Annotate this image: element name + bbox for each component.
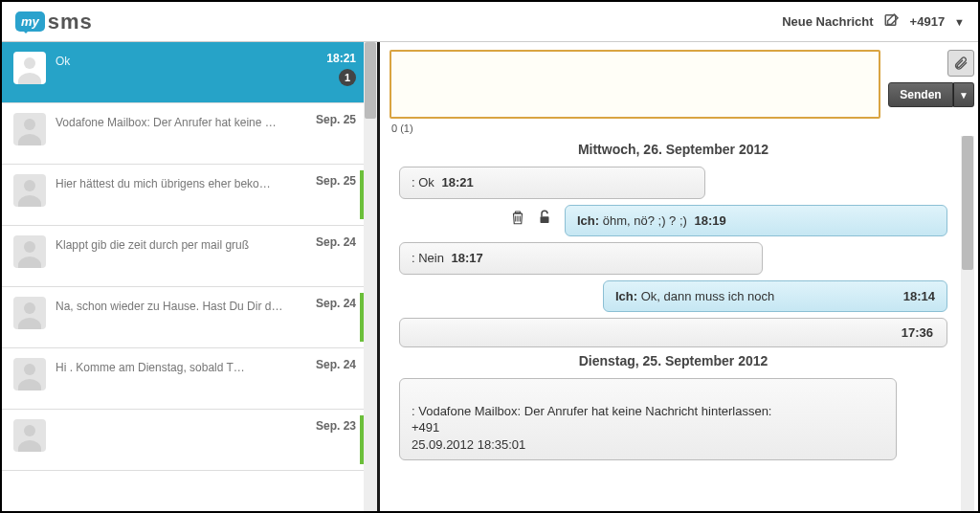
message-incoming[interactable]: : Vodafone Mailbox: Der Anrufer hat kein… bbox=[399, 378, 947, 460]
delete-icon[interactable] bbox=[509, 209, 526, 229]
send-dropdown[interactable]: ▼ bbox=[953, 82, 974, 107]
lock-open-icon[interactable] bbox=[536, 209, 553, 229]
chat-pane: Senden ▼ 0 (1) Mittwoch, 26. September 2… bbox=[380, 42, 978, 511]
conversation-time: Sep. 24 bbox=[316, 358, 356, 371]
topbar: my sms Neue Nachricht +4917 ▼ bbox=[2, 2, 978, 42]
date-separator: Mittwoch, 26. September 2012 bbox=[390, 142, 957, 157]
conversation-item[interactable]: Sep. 23 bbox=[2, 410, 377, 471]
conversation-time: Sep. 25 bbox=[316, 174, 356, 188]
sidebar-scrollbar[interactable] bbox=[364, 42, 377, 511]
logo[interactable]: my sms bbox=[15, 10, 93, 34]
message-time-only[interactable]: 17:36 bbox=[399, 318, 947, 347]
message-list: Mittwoch, 26. September 2012 : Ok 18:21 … bbox=[390, 136, 974, 511]
avatar bbox=[13, 419, 46, 452]
conversation-item[interactable]: Ok18:211 bbox=[2, 42, 377, 103]
message-incoming[interactable]: : Nein 18:17 bbox=[399, 242, 947, 275]
message-actions bbox=[509, 205, 553, 229]
conversation-preview: Hi . Komme am Dienstag, sobald T… bbox=[56, 361, 360, 374]
conversation-time: Sep. 25 bbox=[316, 113, 356, 126]
date-separator: Dienstag, 25. September 2012 bbox=[390, 353, 957, 368]
account-phone[interactable]: +4917 bbox=[910, 14, 946, 29]
send-button[interactable]: Senden bbox=[888, 82, 953, 107]
conversation-preview: Vodafone Mailbox: Der Anrufer hat keine … bbox=[56, 116, 360, 129]
avatar bbox=[13, 235, 46, 268]
message-incoming[interactable]: : Ok 18:21 bbox=[399, 167, 947, 199]
logo-my: my bbox=[15, 11, 45, 32]
conversation-preview: Hier hättest du mich übrigens eher beko… bbox=[56, 177, 360, 190]
conversation-preview: Na, schon wieder zu Hause. Hast Du Dir d… bbox=[56, 300, 360, 313]
account-caret-icon[interactable]: ▼ bbox=[954, 16, 965, 28]
avatar bbox=[13, 174, 46, 207]
conversation-time: Sep. 24 bbox=[316, 235, 356, 249]
avatar bbox=[13, 297, 46, 329]
new-message-link[interactable]: Neue Nachricht bbox=[782, 14, 873, 29]
conversation-list: Ok18:211 Vodafone Mailbox: Der Anrufer h… bbox=[2, 42, 380, 511]
conversation-time: Sep. 24 bbox=[316, 297, 356, 310]
conversation-preview: Klappt gib die zeit durch per mail gruß bbox=[56, 238, 360, 252]
conversation-item[interactable]: Klappt gib die zeit durch per mail grußS… bbox=[2, 226, 377, 287]
avatar bbox=[13, 358, 46, 390]
conversation-time: 18:21 bbox=[326, 52, 356, 65]
unread-badge: 1 bbox=[339, 69, 356, 86]
svg-rect-1 bbox=[541, 216, 549, 223]
conversation-item[interactable]: Vodafone Mailbox: Der Anrufer hat keine … bbox=[2, 103, 377, 165]
conversation-preview: Ok bbox=[56, 55, 360, 68]
logo-sms: sms bbox=[48, 10, 93, 34]
message-outgoing[interactable]: Ich: öhm, nö? ;) ? ;) 18:19 bbox=[399, 205, 947, 237]
message-outgoing[interactable]: Ich: Ok, dann muss ich noch18:14 bbox=[399, 280, 947, 313]
conversation-item[interactable]: Hier hättest du mich übrigens eher beko…… bbox=[2, 165, 377, 226]
conversation-item[interactable]: Hi . Komme am Dienstag, sobald T…Sep. 24 bbox=[2, 348, 377, 410]
message-input[interactable] bbox=[390, 50, 880, 119]
avatar bbox=[13, 113, 46, 145]
conversation-time: Sep. 23 bbox=[316, 419, 356, 433]
conversation-item[interactable]: Na, schon wieder zu Hause. Hast Du Dir d… bbox=[2, 287, 377, 348]
compose-icon[interactable] bbox=[883, 11, 901, 32]
attach-button[interactable] bbox=[947, 50, 974, 77]
char-counter: 0 (1) bbox=[391, 123, 974, 134]
avatar bbox=[13, 52, 46, 84]
messages-scrollbar[interactable] bbox=[961, 136, 974, 511]
